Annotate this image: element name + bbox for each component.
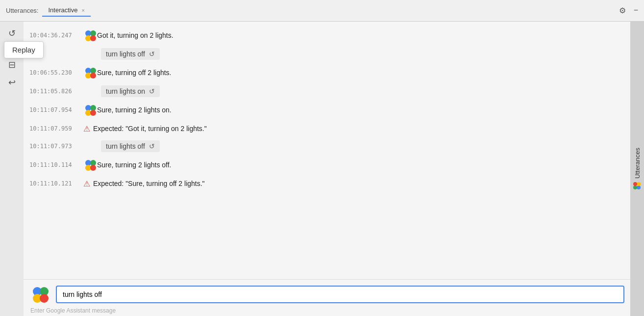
timestamp: 10:11:10.114 [29,161,83,168]
svg-point-3 [90,35,96,41]
table-row: .272 turn lights off ↺ [24,45,630,63]
left-toolbar: ↺ Replay ⊟ ↩ [0,22,24,316]
tab-interactive[interactable]: Interactive × [42,4,90,17]
utterance-box: turn lights off ↺ [101,140,160,152]
save-icon: ⊟ [8,59,16,70]
utterance-box: turn lights off ↺ [101,48,160,60]
replay-button[interactable]: ↺ [4,26,20,41]
main-layout: ↺ Replay ⊟ ↩ 10:04:36.247 Got it, turnin… [0,22,644,316]
table-row: 10:04:36.247 Got it, turning on 2 lights… [24,26,630,45]
table-row: 10:11:07.959 ⚠ Expected: "Got it, turnin… [24,120,630,137]
tab-close-icon[interactable]: × [81,7,84,13]
minimize-icon[interactable]: − [634,6,638,15]
utterance-text: turn lights on [106,87,145,95]
svg-point-11 [90,110,96,116]
message-input[interactable] [56,286,624,303]
sidebar-label: Utterances [634,148,641,179]
table-row: 10:11:07.973 turn lights off ↺ [24,137,630,155]
timestamp: 10:11:07.959 [29,125,83,132]
save-button[interactable]: ⊟ [4,57,20,73]
timestamp: 10:11:07.954 [29,106,83,113]
input-row [29,284,624,305]
utterances-dots-icon [633,181,642,190]
svg-point-15 [90,165,96,171]
svg-point-23 [633,182,637,185]
google-assistant-avatar [83,158,97,172]
replay-icon: ↺ [8,28,16,39]
message-text: Sure, turning 2 lights off. [97,161,172,169]
undo-button[interactable]: ↩ [4,75,20,90]
svg-point-19 [40,294,49,303]
input-hint: Enter Google Assistant message [29,307,624,314]
right-sidebar[interactable]: Utterances [630,22,644,316]
table-row: 10:11:10.121 ⚠ Expected: "Sure, turning … [24,175,630,192]
replay-utterance-icon[interactable]: ↺ [149,142,155,150]
message-text: Expected: "Sure, turning off 2 lights." [93,180,205,187]
input-area: Enter Google Assistant message [24,279,630,316]
svg-point-22 [637,182,641,185]
messages-list: 10:04:36.247 Got it, turning on 2 lights… [24,22,630,279]
timestamp: 10:06:55.230 [29,69,83,76]
timestamp: 10:11:07.973 [29,143,83,150]
utterance-box: turn lights on ↺ [101,85,160,97]
title-bar: Utterances: Interactive × ⚙ − [0,0,644,22]
table-row: 10:11:10.114 Sure, turning 2 lights off. [24,155,630,175]
content-area: 10:04:36.247 Got it, turning on 2 lights… [24,22,630,316]
sidebar-tab-utterances[interactable]: Utterances [631,144,644,194]
timestamp: 10:04:36.247 [29,32,83,39]
error-icon: ⚠ [83,124,90,133]
error-icon: ⚠ [83,179,90,188]
message-text: Expected: "Got it, turning on 2 lights." [93,125,207,132]
input-field-wrapper [56,286,624,303]
timestamp: 10:11:10.121 [29,180,83,187]
tab-label: Interactive [48,6,77,14]
title-bar-actions: ⚙ − [619,6,638,15]
google-assistant-avatar [83,66,97,79]
utterance-text: turn lights off [106,142,145,150]
replay-utterance-icon[interactable]: ↺ [149,50,155,58]
table-row: 10:11:07.954 Sure, turning 2 lights on. [24,100,630,120]
message-text: Sure, turning off 2 lights. [97,69,172,77]
replay-tooltip: Replay [4,41,44,58]
message-text: Sure, turning 2 lights on. [97,106,172,114]
google-assistant-avatar [83,28,97,42]
title-bar-label: Utterances: [6,7,38,14]
utterance-text: turn lights off [106,50,145,58]
table-row: 10:11:05.826 turn lights on ↺ [24,82,630,100]
timestamp: 10:11:05.826 [29,88,83,95]
message-text: Got it, turning on 2 lights. [97,31,173,39]
google-assistant-avatar [83,103,97,117]
settings-icon[interactable]: ⚙ [619,6,626,15]
undo-icon: ↩ [8,77,16,88]
replay-utterance-icon[interactable]: ↺ [149,87,155,95]
google-assistant-avatar-large [29,284,51,305]
svg-point-7 [90,73,96,79]
table-row: 10:06:55.230 Sure, turning off 2 lights. [24,63,630,82]
